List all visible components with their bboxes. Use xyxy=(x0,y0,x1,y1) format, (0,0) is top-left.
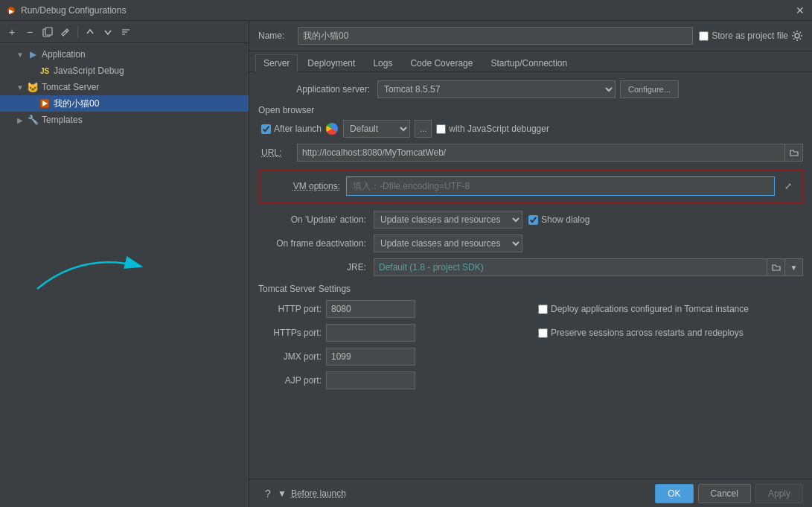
run-config-icon xyxy=(39,98,51,109)
jre-label: JRE: xyxy=(258,262,374,272)
edit-config-button[interactable] xyxy=(58,25,73,39)
jre-input[interactable] xyxy=(374,258,767,276)
config-name-input[interactable] xyxy=(298,27,693,45)
jre-folder-button[interactable] xyxy=(767,258,785,276)
js-debugger-label[interactable]: with JavaScript debugger xyxy=(436,124,549,134)
jre-row: JRE: ▼ xyxy=(258,258,803,276)
app-server-select[interactable]: Tomcat 8.5.57 xyxy=(377,80,616,98)
vm-options-row: VM options: ⤢ xyxy=(266,176,796,196)
toolbar-separator xyxy=(77,26,78,38)
ajp-port-input[interactable] xyxy=(326,372,415,389)
preserve-sessions-label[interactable]: Preserve sessions across restarts and re… xyxy=(538,328,744,338)
sort-button[interactable] xyxy=(118,25,133,39)
jmx-port-input[interactable] xyxy=(326,348,415,366)
https-port-row: HTTPs port: xyxy=(258,324,523,342)
url-folder-button[interactable] xyxy=(785,144,803,162)
content-area: Application server: Tomcat 8.5.57 Config… xyxy=(249,72,812,479)
browser-more-button[interactable]: ... xyxy=(415,120,432,138)
after-launch-checkbox-label[interactable]: After launch xyxy=(261,124,322,134)
show-dialog-checkbox[interactable] xyxy=(528,215,538,225)
copy-config-button[interactable] xyxy=(40,25,55,39)
jre-dropdown-button[interactable]: ▼ xyxy=(785,258,803,276)
http-port-input[interactable] xyxy=(326,300,415,318)
js-debugger-checkbox[interactable] xyxy=(436,124,446,134)
right-panel: Name: Store as project file Server Deplo… xyxy=(249,21,812,507)
ports-grid: HTTP port: Deploy applications configure… xyxy=(258,300,803,389)
on-frame-label: On frame deactivation: xyxy=(258,238,374,249)
show-dialog-label[interactable]: Show dialog xyxy=(528,214,589,225)
tomcat-icon: 🐱 xyxy=(27,81,39,93)
after-launch-checkbox[interactable] xyxy=(261,124,271,134)
app-server-row: Application server: Tomcat 8.5.57 Config… xyxy=(258,80,803,99)
http-port-row: HTTP port: xyxy=(258,300,523,318)
server-settings-title: Tomcat Server Settings xyxy=(258,284,803,294)
js-debug-icon: JS xyxy=(39,65,51,77)
tree-item-js-debug[interactable]: ▼ JS JavaScript Debug xyxy=(0,63,249,79)
ajp-port-row: AJP port: xyxy=(258,372,523,389)
https-port-input[interactable] xyxy=(326,324,415,342)
chrome-icon xyxy=(326,123,338,135)
vm-options-expand-button[interactable]: ⤢ xyxy=(781,179,796,194)
url-row: URL: xyxy=(258,144,803,162)
name-row: Name: Store as project file xyxy=(249,21,812,51)
configure-button[interactable]: Configure... xyxy=(620,80,679,98)
bottom-buttons: OK Cancel Apply xyxy=(655,484,803,503)
add-config-button[interactable]: + xyxy=(4,25,19,39)
svg-text:▶: ▶ xyxy=(9,8,14,15)
deploy-app-label[interactable]: Deploy applications configured in Tomcat… xyxy=(538,304,749,314)
jmx-port-label: JMX port: xyxy=(258,351,322,362)
before-launch-collapse-arrow[interactable]: ▼ xyxy=(278,488,287,499)
tree-item-my-config[interactable]: ▼ 我的小猫00 xyxy=(0,95,249,112)
svg-rect-3 xyxy=(45,28,52,35)
tree-item-application[interactable]: ▼ ▶ Application xyxy=(0,46,249,63)
app-server-label: Application server: xyxy=(258,84,377,95)
cancel-button[interactable]: Cancel xyxy=(698,484,751,503)
on-frame-row: On frame deactivation: Update classes an… xyxy=(258,235,803,252)
on-update-select[interactable]: Update classes and resources Redeploy Re… xyxy=(374,211,522,229)
url-label: URL: xyxy=(261,147,291,158)
tree-arrow-tomcat: ▼ xyxy=(15,82,25,92)
help-button[interactable]: ? xyxy=(258,484,278,503)
svg-point-11 xyxy=(795,34,799,38)
vm-options-label: VM options: xyxy=(266,181,340,191)
tree-item-templates[interactable]: ▶ 🔧 Templates xyxy=(0,112,249,128)
left-panel: + − xyxy=(0,21,249,507)
browser-select[interactable]: Default Chrome Firefox xyxy=(343,120,410,138)
store-as-project-checkbox[interactable] xyxy=(699,31,709,41)
run-debug-dialog: ▶ Run/Debug Configurations ✕ + − xyxy=(0,0,812,507)
title-bar-title: Run/Debug Configurations xyxy=(21,5,794,16)
http-port-label: HTTP port: xyxy=(258,304,322,314)
application-icon: ▶ xyxy=(27,48,39,60)
deploy-app-checkbox[interactable] xyxy=(538,304,548,314)
remove-config-button[interactable]: − xyxy=(22,25,37,39)
before-launch-label: Before launch xyxy=(291,488,346,499)
ok-button[interactable]: OK xyxy=(655,484,693,503)
deploy-app-row: Deploy applications configured in Tomcat… xyxy=(538,300,803,318)
bottom-bar: ? ▼ Before launch OK Cancel Apply xyxy=(249,479,812,507)
move-up-button[interactable] xyxy=(83,25,97,39)
on-update-row: On 'Update' action: Update classes and r… xyxy=(258,211,803,229)
name-label: Name: xyxy=(258,31,292,41)
preserve-sessions-row: Preserve sessions across restarts and re… xyxy=(538,324,803,342)
preserve-sessions-checkbox[interactable] xyxy=(538,328,548,338)
tab-startup-connection[interactable]: Startup/Connection xyxy=(482,54,575,71)
tab-server[interactable]: Server xyxy=(255,54,298,72)
tree-arrow-templates: ▶ xyxy=(15,115,25,125)
tree-item-tomcat[interactable]: ▼ 🐱 Tomcat Server xyxy=(0,79,249,95)
tab-code-coverage[interactable]: Code Coverage xyxy=(402,54,481,71)
toolbar: + − xyxy=(0,21,249,43)
svg-line-4 xyxy=(65,31,67,32)
vm-options-input[interactable] xyxy=(346,176,775,196)
before-launch-section: ▼ Before launch xyxy=(278,488,655,499)
jmx-port-row: JMX port: xyxy=(258,348,523,366)
move-down-button[interactable] xyxy=(100,25,115,39)
on-frame-select[interactable]: Update classes and resources Do nothing … xyxy=(374,235,522,252)
close-button[interactable]: ✕ xyxy=(794,4,806,16)
url-input[interactable] xyxy=(297,144,785,162)
apply-button[interactable]: Apply xyxy=(755,484,803,503)
vm-options-section: VM options: ⤢ xyxy=(258,169,803,203)
templates-icon: 🔧 xyxy=(27,114,39,126)
gear-icon[interactable] xyxy=(791,30,803,42)
tab-logs[interactable]: Logs xyxy=(365,54,400,71)
tab-deployment[interactable]: Deployment xyxy=(299,54,363,71)
